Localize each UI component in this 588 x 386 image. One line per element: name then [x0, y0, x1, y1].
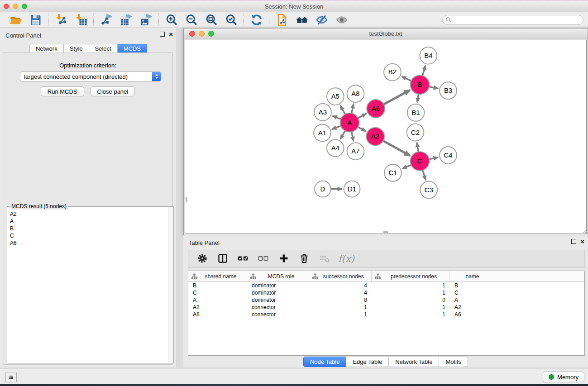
new-network-from-selection-button[interactable]: [274, 13, 290, 27]
float-panel-icon[interactable]: [160, 32, 165, 37]
node-A5[interactable]: A5: [327, 88, 344, 105]
zoom-selected-button[interactable]: [223, 13, 239, 27]
mcds-result-scrollbar[interactable]: [168, 207, 173, 363]
export-image-button[interactable]: [138, 13, 154, 27]
edge-A-A8[interactable]: [352, 104, 354, 114]
edge-B-B2[interactable]: [402, 76, 411, 81]
close-panel-button[interactable]: Close panel: [91, 86, 135, 96]
column-header-successor-nodes[interactable]: successor nodes: [309, 271, 372, 281]
node-C4[interactable]: C4: [440, 147, 457, 164]
desktop-wallpaper: [0, 384, 588, 386]
svg-text:B2: B2: [388, 68, 397, 76]
node-C3[interactable]: C3: [420, 181, 437, 199]
edge-A-A1[interactable]: [332, 126, 341, 129]
mcds-result-item[interactable]: A2: [10, 210, 173, 218]
search-input[interactable]: [442, 15, 583, 25]
node-C2[interactable]: C2: [407, 124, 424, 141]
table-row[interactable]: A6connector11A6: [188, 311, 584, 318]
save-session-button[interactable]: [28, 13, 44, 27]
edge-C-C2[interactable]: [417, 143, 418, 152]
zoom-out-button[interactable]: [183, 13, 200, 27]
edge-C-C4[interactable]: [429, 157, 438, 159]
node-B1[interactable]: B1: [407, 104, 425, 121]
split-panel-button[interactable]: [216, 253, 229, 265]
deselect-all-button[interactable]: [257, 253, 270, 265]
import-table-button[interactable]: [73, 13, 89, 27]
table-row[interactable]: Adominator80A: [188, 296, 584, 304]
node-A8[interactable]: A8: [347, 85, 364, 102]
edge-C-C3[interactable]: [423, 170, 426, 180]
edge-B-B3[interactable]: [429, 87, 438, 89]
edge-B-B4[interactable]: [422, 66, 425, 76]
edge-A-A7[interactable]: [352, 132, 354, 141]
node-A3[interactable]: A3: [314, 104, 331, 121]
export-table-button[interactable]: [118, 13, 134, 27]
column-header-shared-name[interactable]: shared name: [188, 271, 247, 281]
memory-button[interactable]: Memory: [543, 372, 584, 382]
edge-A-A4[interactable]: [340, 131, 345, 139]
network-graph[interactable]: B4B2BB3B1A5A8A3A6AA1A2A4A7C2CC4C1C3DD1: [185, 40, 586, 234]
node-C[interactable]: C: [411, 152, 430, 171]
edge-A6-B[interactable]: [384, 90, 410, 104]
node-A[interactable]: A: [340, 113, 359, 132]
network-vscroll-thumb[interactable]: [186, 197, 187, 202]
optimization-criterion-dropdown[interactable]: largest connected component (directed): [20, 71, 161, 81]
mcds-result-item[interactable]: A: [10, 218, 173, 225]
node-B3[interactable]: B3: [440, 82, 457, 99]
edge-A-A3[interactable]: [332, 116, 341, 119]
settings-button[interactable]: [196, 253, 209, 265]
table-row[interactable]: Bdominator41B: [188, 282, 584, 289]
close-table-panel-icon[interactable]: ×: [580, 239, 584, 244]
delete-column-button[interactable]: [297, 253, 311, 265]
network-canvas[interactable]: B4B2BB3B1A5A8A3A6AA1A2A4A7C2CC4C1C3DD1: [185, 40, 587, 234]
run-mcds-button[interactable]: Run MCDS: [41, 86, 84, 96]
node-B[interactable]: B: [411, 75, 430, 94]
close-panel-icon[interactable]: ×: [169, 32, 173, 37]
zoom-in-button[interactable]: [163, 13, 180, 27]
node-A2[interactable]: A2: [366, 128, 384, 146]
node-C1[interactable]: C1: [384, 164, 402, 181]
node-B4[interactable]: B4: [420, 47, 437, 64]
tab-motifs[interactable]: Motifs: [439, 357, 468, 367]
import-network-button[interactable]: [53, 13, 69, 27]
node-D[interactable]: D: [315, 181, 331, 197]
mcds-result-item[interactable]: B: [10, 225, 173, 232]
node-A7[interactable]: A7: [347, 143, 364, 160]
node-A1[interactable]: A1: [314, 124, 331, 142]
column-header-predecessor-nodes[interactable]: predecessor nodes: [372, 271, 450, 281]
tab-network-table[interactable]: Network Table: [389, 357, 439, 367]
mcds-result-item[interactable]: A6: [10, 239, 173, 247]
table-row[interactable]: Cdominator41C: [188, 289, 584, 296]
memory-label: Memory: [557, 374, 578, 381]
tab-node-table[interactable]: Node Table: [303, 357, 347, 367]
add-column-button[interactable]: [277, 253, 291, 265]
network-hscroll-thumb[interactable]: [383, 231, 388, 233]
node-D1[interactable]: D1: [344, 181, 360, 197]
hide-selected-button[interactable]: [314, 13, 330, 27]
edge-A-A2[interactable]: [358, 127, 366, 131]
node-A6[interactable]: A6: [367, 100, 385, 118]
edge-A-A6[interactable]: [358, 114, 366, 118]
column-header-name[interactable]: name: [450, 271, 495, 281]
mcds-result-item[interactable]: C: [10, 232, 173, 239]
select-all-button[interactable]: [236, 253, 250, 265]
open-file-button[interactable]: [8, 13, 24, 27]
first-neighbors-button[interactable]: [294, 13, 310, 27]
show-all-button[interactable]: [334, 13, 350, 27]
column-header-MCDS-role[interactable]: MCDS role: [247, 271, 309, 281]
refresh-button[interactable]: [249, 13, 265, 27]
node-B2[interactable]: B2: [384, 64, 401, 81]
edge-C-C1[interactable]: [402, 165, 411, 168]
node-A4[interactable]: A4: [327, 139, 344, 157]
tab-edge-table[interactable]: Edge Table: [346, 357, 389, 367]
edge-B-B1[interactable]: [417, 94, 419, 102]
mcds-result-list: A2ABCA6: [7, 207, 173, 247]
edge-A2-C[interactable]: [383, 141, 410, 156]
table-row[interactable]: A2connector11A2: [188, 304, 584, 311]
zoom-fit-button[interactable]: [203, 13, 220, 27]
edge-A-A5[interactable]: [340, 105, 345, 114]
cell-shared-name: C: [188, 290, 247, 296]
float-table-panel-icon[interactable]: [571, 239, 576, 244]
export-network-button[interactable]: [98, 13, 115, 27]
task-history-button[interactable]: [5, 372, 17, 382]
